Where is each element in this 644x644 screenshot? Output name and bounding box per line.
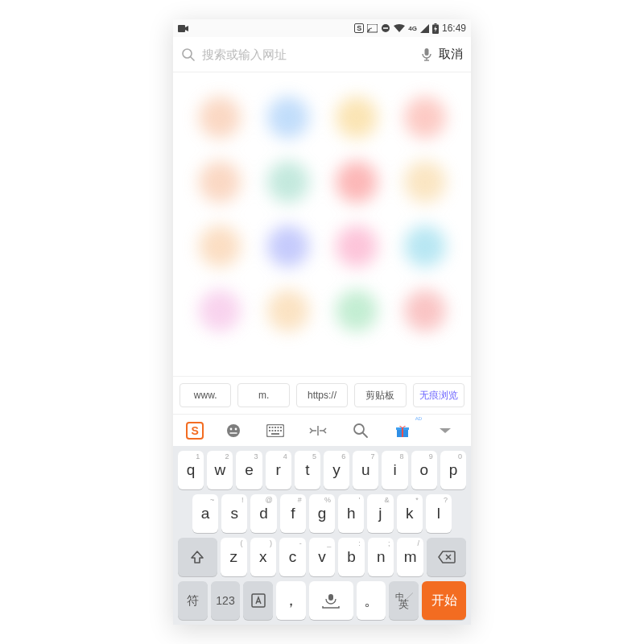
key-m[interactable]: m/ bbox=[397, 538, 423, 576]
key-k[interactable]: k* bbox=[397, 494, 423, 533]
svg-point-6 bbox=[183, 49, 192, 58]
key-j[interactable]: j& bbox=[367, 494, 393, 533]
svg-rect-15 bbox=[269, 427, 270, 428]
key-e[interactable]: e3 bbox=[236, 451, 262, 489]
key-c[interactable]: c- bbox=[279, 538, 306, 576]
numeric-key[interactable]: 123 bbox=[211, 581, 241, 620]
speed-dial-item bbox=[404, 225, 446, 267]
status-bar: S 4G 16:49 bbox=[173, 19, 471, 37]
enter-key[interactable]: 开始 bbox=[422, 581, 466, 620]
speed-dial-item bbox=[404, 97, 446, 138]
speed-dial-item bbox=[199, 161, 241, 203]
svg-rect-25 bbox=[271, 433, 279, 435]
space-key[interactable] bbox=[309, 581, 353, 620]
url-chip[interactable]: 无痕浏览 bbox=[413, 383, 464, 407]
speed-dial-item bbox=[336, 161, 378, 203]
svg-rect-23 bbox=[278, 430, 279, 431]
speed-dial-item bbox=[267, 161, 309, 203]
collapse-keyboard-icon[interactable] bbox=[432, 418, 458, 444]
key-r[interactable]: r4 bbox=[266, 451, 291, 489]
key-f[interactable]: f# bbox=[280, 494, 306, 533]
speed-dial-item bbox=[199, 225, 241, 267]
svg-line-28 bbox=[363, 433, 367, 437]
url-bar: 取消 bbox=[173, 37, 471, 72]
svg-rect-21 bbox=[272, 430, 274, 431]
key-t[interactable]: t5 bbox=[295, 451, 320, 489]
svg-rect-35 bbox=[328, 594, 333, 601]
key-z[interactable]: z( bbox=[221, 538, 247, 576]
svg-line-7 bbox=[191, 57, 194, 60]
speed-dial-item bbox=[199, 97, 241, 138]
key-x[interactable]: x) bbox=[250, 538, 277, 576]
language-key-label: 中╱英 bbox=[395, 592, 413, 609]
sogou-logo-icon[interactable]: S bbox=[186, 422, 204, 440]
key-h[interactable]: h' bbox=[338, 494, 364, 533]
svg-rect-3 bbox=[383, 27, 388, 29]
key-w[interactable]: w2 bbox=[207, 451, 233, 489]
ime-status-icon: S bbox=[354, 23, 364, 33]
svg-point-27 bbox=[354, 424, 364, 434]
cursor-move-icon[interactable] bbox=[305, 418, 331, 444]
key-n[interactable]: n; bbox=[368, 538, 394, 576]
status-left bbox=[178, 25, 188, 32]
key-u[interactable]: u7 bbox=[353, 451, 378, 489]
status-right: S 4G 16:49 bbox=[354, 23, 466, 34]
speed-dial-item bbox=[336, 290, 378, 332]
url-chip[interactable]: m. bbox=[237, 383, 289, 407]
svg-rect-24 bbox=[280, 430, 282, 431]
svg-rect-5 bbox=[434, 23, 436, 25]
key-a[interactable]: a~ bbox=[192, 494, 218, 533]
shift-key[interactable] bbox=[178, 538, 217, 576]
battery-icon bbox=[432, 23, 439, 34]
keyboard-row-bottom: 符 123 ， 。 中╱英 开始 bbox=[176, 581, 468, 620]
ad-badge: AD bbox=[415, 416, 422, 421]
key-q[interactable]: q1 bbox=[178, 451, 204, 489]
keyboard-row-2: a~s!d@f#g%h'j&k*l? bbox=[176, 494, 468, 533]
key-i[interactable]: i8 bbox=[382, 451, 407, 489]
key-d[interactable]: d@ bbox=[250, 494, 276, 533]
speed-dial-item bbox=[404, 161, 446, 203]
speed-dial-item bbox=[336, 97, 378, 138]
gift-ad-icon[interactable]: AD bbox=[390, 418, 415, 444]
svg-rect-0 bbox=[178, 25, 185, 32]
svg-point-13 bbox=[234, 427, 237, 430]
key-y[interactable]: y6 bbox=[324, 451, 349, 489]
key-p[interactable]: p0 bbox=[440, 451, 466, 489]
speed-dial-item bbox=[267, 97, 309, 138]
cancel-button[interactable]: 取消 bbox=[439, 47, 463, 62]
network-label: 4G bbox=[408, 25, 417, 32]
url-chip[interactable]: www. bbox=[180, 383, 231, 407]
emoji-icon[interactable] bbox=[221, 418, 246, 444]
svg-rect-31 bbox=[402, 427, 403, 437]
speed-dial-area bbox=[173, 72, 471, 376]
language-switch-key[interactable]: 中╱英 bbox=[389, 581, 419, 620]
keyboard-switch-icon[interactable] bbox=[262, 418, 288, 444]
speed-dial-item bbox=[267, 290, 309, 332]
mic-icon[interactable] bbox=[421, 47, 432, 62]
svg-rect-8 bbox=[425, 48, 429, 56]
url-input[interactable] bbox=[202, 47, 415, 61]
url-chip[interactable]: 剪贴板 bbox=[354, 383, 406, 407]
camera-icon bbox=[178, 25, 188, 32]
key-l[interactable]: l? bbox=[426, 494, 452, 533]
period-key[interactable]: 。 bbox=[357, 581, 386, 620]
keyboard-row-1: q1w2e3r4t5y6u7i8o9p0 bbox=[176, 451, 468, 489]
comma-key[interactable]: ， bbox=[276, 581, 306, 620]
speed-dial-item bbox=[199, 290, 241, 332]
key-s[interactable]: s! bbox=[221, 494, 247, 533]
svg-rect-17 bbox=[275, 427, 276, 428]
key-b[interactable]: b: bbox=[338, 538, 365, 576]
key-g[interactable]: g% bbox=[309, 494, 335, 533]
input-mode-key[interactable] bbox=[243, 581, 273, 620]
svg-point-11 bbox=[227, 424, 240, 437]
dnd-icon bbox=[381, 23, 390, 33]
key-o[interactable]: o9 bbox=[411, 451, 437, 489]
search-ime-icon[interactable] bbox=[348, 418, 374, 444]
key-v[interactable]: v_ bbox=[309, 538, 336, 576]
backspace-key[interactable] bbox=[427, 538, 466, 576]
speed-dial-item bbox=[404, 290, 446, 332]
url-suggestion-chips: www.m.https://剪贴板无痕浏览 bbox=[173, 376, 471, 414]
symbol-key[interactable]: 符 bbox=[178, 581, 208, 620]
wifi-icon bbox=[394, 24, 405, 33]
url-chip[interactable]: https:// bbox=[296, 383, 348, 407]
